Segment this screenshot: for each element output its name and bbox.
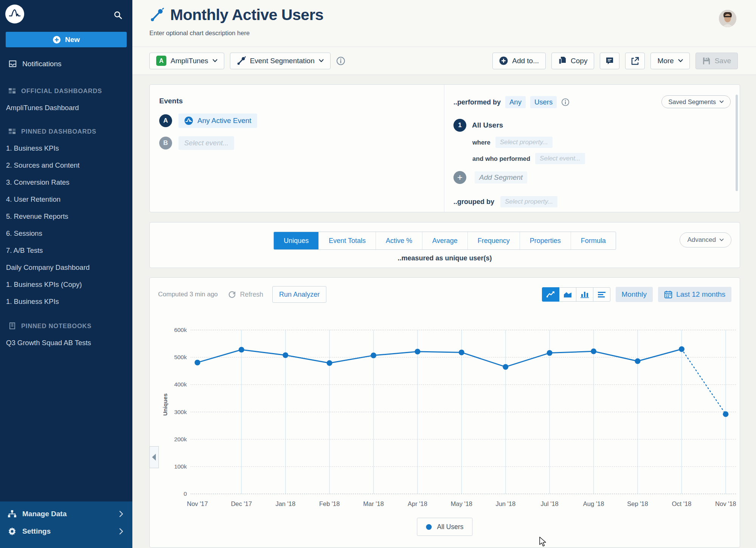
line-chart[interactable]: 0100k200k300k400k500k600kNov '17Dec '17J… [150, 323, 740, 548]
sidebar-item-dashboard[interactable]: 1. Business KPIs [0, 297, 132, 305]
chevron-down-icon [719, 100, 724, 103]
sidebar-item-dashboard[interactable]: 2. Sources and Content [0, 161, 132, 169]
add-to-button[interactable]: Add to... [492, 53, 546, 69]
section-title: OFFICIAL DASHBOARDS [21, 87, 102, 95]
svg-text:200k: 200k [174, 436, 187, 442]
tab-average[interactable]: Average [422, 232, 467, 249]
performed-event-selector[interactable]: Select event... [535, 153, 585, 164]
amplitude-logo[interactable] [5, 5, 24, 23]
chevron-down-icon [678, 59, 683, 62]
interval-selector[interactable]: Monthly [616, 287, 653, 302]
copy-button[interactable]: Copy [551, 53, 594, 69]
app-window: New Notifications OFFICIAL DASHBOARDS Am… [0, 0, 756, 548]
new-button[interactable]: New [6, 32, 127, 47]
amplitude-event-icon [184, 116, 193, 125]
segmentation-panel: ..performed by Any Users Saved Segments … [444, 85, 740, 212]
collapse-panel-handle[interactable] [149, 446, 159, 468]
any-selector[interactable]: Any [505, 96, 526, 108]
sidebar-item-notebook[interactable]: Q3 Growth Squad AB Tests [0, 339, 132, 347]
sidebar-item-dashboard[interactable]: Daily Company Dashboard [0, 263, 132, 271]
saved-segments-dropdown[interactable]: Saved Segments [661, 95, 731, 108]
svg-text:May '18: May '18 [451, 500, 472, 507]
sidebar-item-manage-data[interactable]: Manage Data [0, 505, 132, 523]
line-chart-icon [546, 291, 555, 298]
tab-event-totals[interactable]: Event Totals [318, 232, 376, 249]
tab-formula[interactable]: Formula [571, 232, 616, 249]
sidebar-item-dashboard[interactable]: 4. User Retention [0, 195, 132, 203]
add-segment-button[interactable]: Add Segment [475, 171, 527, 184]
notes-button[interactable] [600, 53, 619, 69]
date-range-selector[interactable]: Last 12 months [658, 287, 731, 302]
share-button[interactable] [625, 53, 645, 69]
svg-text:400k: 400k [174, 381, 187, 388]
sidebar-item-dashboard[interactable]: 3. Conversion Rates [0, 178, 132, 186]
refresh-button[interactable]: Refresh [228, 290, 263, 299]
notebook-icon [8, 322, 16, 330]
svg-text:100k: 100k [174, 463, 187, 470]
events-title: Events [159, 97, 444, 105]
advanced-dropdown[interactable]: Advanced [680, 232, 731, 248]
tab-uniques[interactable]: Uniques [274, 232, 318, 249]
info-icon[interactable] [561, 98, 570, 106]
chart-description-field[interactable]: Enter optional chart description here [149, 30, 756, 37]
table-view-button[interactable] [593, 287, 610, 302]
sidebar-item-dashboard[interactable]: AmpliTunes Dashboard [0, 104, 132, 112]
chart-type-selector[interactable]: Event Segmentation [230, 53, 331, 69]
tab-frequency[interactable]: Frequency [467, 232, 520, 249]
page-title[interactable]: Monthly Active Users [170, 6, 323, 24]
section-pinned-dashboards: PINNED DASHBOARDS [0, 128, 132, 135]
sidebar-item-settings[interactable]: Settings [0, 523, 132, 540]
save-label: Save [715, 57, 731, 65]
search-icon[interactable] [113, 11, 123, 21]
sidebar-item-dashboard[interactable]: 1. Business KPIs (Copy) [0, 280, 132, 288]
sidebar: New Notifications OFFICIAL DASHBOARDS Am… [0, 0, 132, 548]
sidebar-item-dashboard[interactable]: 5. Revenue Reports [0, 212, 132, 220]
project-selector[interactable]: A AmpliTunes [149, 53, 224, 69]
run-analyzer-button[interactable]: Run Analyzer [272, 286, 326, 303]
svg-text:500k: 500k [174, 354, 187, 360]
where-property-selector[interactable]: Select property... [495, 137, 553, 148]
svg-text:Dec '17: Dec '17 [231, 500, 252, 507]
svg-text:Oct '18: Oct '18 [672, 500, 692, 507]
sidebar-item-dashboard[interactable]: 7. A/B Tests [0, 246, 132, 254]
chart-toolbar: A AmpliTunes Event Segmentation Add to..… [132, 47, 756, 75]
date-range-label: Last 12 months [676, 290, 725, 299]
event-b-selector[interactable]: Select event... [179, 136, 234, 150]
chevron-down-icon [213, 59, 217, 62]
panel-scrollbar[interactable] [736, 95, 738, 191]
event-a-label: Any Active Event [197, 117, 251, 125]
line-chart-view-button[interactable] [542, 287, 559, 302]
sidebar-item-notifications[interactable]: Notifications [0, 59, 132, 68]
more-button[interactable]: More [650, 53, 689, 69]
svg-text:Mar '18: Mar '18 [363, 500, 384, 507]
legend-series-dot [426, 524, 432, 530]
event-a-selector[interactable]: Any Active Event [179, 114, 257, 128]
project-badge: A [156, 56, 166, 66]
tab-properties[interactable]: Properties [520, 232, 571, 249]
event-segmentation-icon [237, 56, 246, 65]
measurement-card: Uniques Event Totals Active % Average Fr… [149, 222, 740, 268]
users-selector[interactable]: Users [530, 96, 557, 108]
save-button[interactable]: Save [695, 53, 738, 69]
user-avatar[interactable] [719, 10, 736, 27]
add-segment-icon[interactable]: + [453, 171, 466, 184]
performed-by-label: ..performed by [453, 98, 501, 106]
sitemap-icon [8, 509, 17, 518]
tab-active-pct[interactable]: Active % [376, 232, 422, 249]
legend-series-label: All Users [437, 523, 463, 531]
computed-timestamp: Computed 3 min ago [158, 291, 218, 298]
segment-name[interactable]: All Users [472, 121, 503, 129]
triangle-left-icon [152, 453, 157, 461]
sidebar-item-dashboard[interactable]: 1. Business KPIs [0, 144, 132, 152]
sidebar-item-label: Notifications [22, 60, 62, 68]
add-to-label: Add to... [512, 57, 539, 65]
copy-icon [558, 56, 567, 65]
grouped-by-selector[interactable]: Select property... [500, 196, 557, 207]
area-chart-view-button[interactable] [559, 287, 576, 302]
section-official-dashboards: OFFICIAL DASHBOARDS [0, 87, 132, 95]
info-icon[interactable] [336, 56, 345, 65]
rows-icon [597, 291, 606, 298]
chart-legend[interactable]: All Users [417, 518, 472, 536]
sidebar-item-dashboard[interactable]: 6. Sessions [0, 229, 132, 237]
bar-chart-view-button[interactable] [576, 287, 593, 302]
